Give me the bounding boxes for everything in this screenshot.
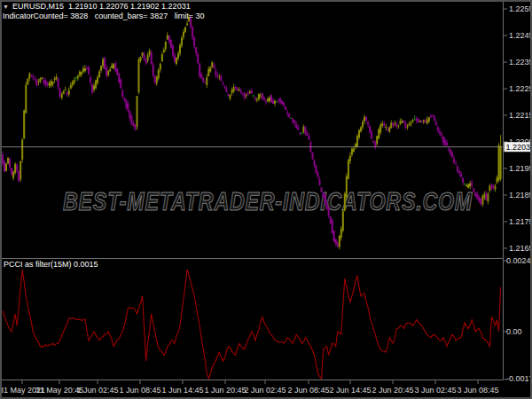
price-tick-label: 1.22150 <box>509 111 532 120</box>
price-tick-label: 1.22350 <box>509 58 532 66</box>
indicator-tick-label: 0.00 <box>506 327 522 336</box>
price-axis[interactable]: 1.225501.224501.223501.222501.221501.220… <box>504 4 532 253</box>
chart-surface[interactable]: BEST-METATRADER-INDICATORS.COM 1.225501.… <box>0 0 532 399</box>
indicator-tick-label: -0.0017 <box>506 374 532 383</box>
indicator-counters-header: IndicatorCounted= 3828 counted_bars= 382… <box>3 12 204 20</box>
price-tick-label: 1.22250 <box>509 84 532 93</box>
time-tick-label: 3 Jun 08:45 <box>457 386 498 395</box>
time-tick-label: 2 Jun 20:45 <box>372 386 413 395</box>
price-tick-label: 1.22450 <box>509 31 532 40</box>
mt4-chart-window: BEST-METATRADER-INDICATORS.COM 1.225501.… <box>0 0 532 399</box>
time-tick-label: 2 Jun 14:45 <box>329 386 371 395</box>
current-price-tag-label: 1.22031 <box>506 143 532 152</box>
price-tick-label: 1.21850 <box>509 191 532 200</box>
price-tick-label: 1.21750 <box>509 217 532 226</box>
time-tick-label: 2 Jun 02:45 <box>244 386 286 395</box>
time-tick-label: 1 Jun 14:45 <box>161 386 203 395</box>
time-tick-label: 1 Jun 20:45 <box>204 386 246 395</box>
time-tick-label: 3 Jun 02:45 <box>414 386 456 395</box>
pcci-indicator-line <box>3 270 501 379</box>
price-tick-label: 1.21650 <box>509 244 532 253</box>
time-axis[interactable]: 31 May 202131 May 20:451 Jun 02:451 Jun … <box>0 380 499 395</box>
time-tick-label: 1 Jun 02:45 <box>76 386 118 395</box>
symbol-ohlc-header: EURUSD,M15 1.21910 1.22076 1.21902 1.220… <box>12 2 191 11</box>
chart-menu-arrow-icon[interactable]: ▼ <box>3 4 9 10</box>
time-tick-label: 1 Jun 08:45 <box>119 386 160 395</box>
time-tick-label: 2 Jun 08:45 <box>287 386 329 395</box>
price-tick-label: 1.22550 <box>509 4 532 13</box>
indicator-tick-label: 0.0024 <box>506 256 531 265</box>
watermark: BEST-METATRADER-INDICATORS.COM <box>63 187 473 215</box>
indicator-axis[interactable]: 0.00240.00-0.0017 <box>504 256 532 383</box>
pcci-indicator-label: PCCI as filter(15M) 0.0015 <box>4 260 98 269</box>
price-tick-label: 1.21950 <box>509 164 532 173</box>
